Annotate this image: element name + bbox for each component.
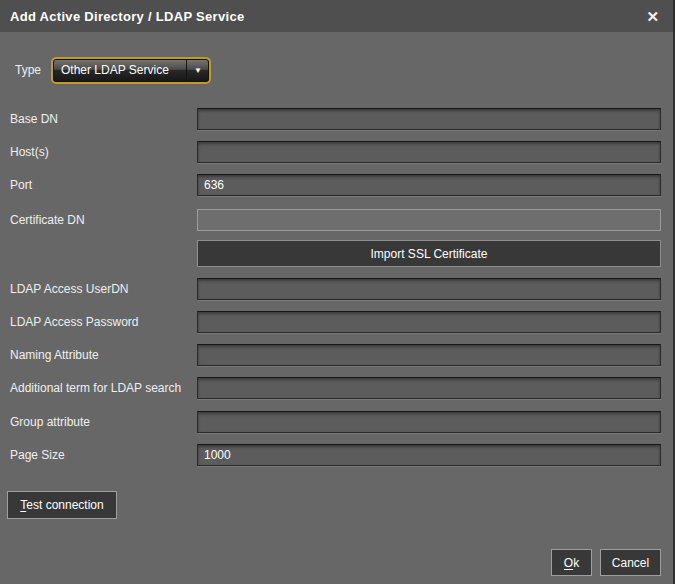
additional-term-label: Additional term for LDAP search	[10, 381, 197, 395]
ok-button[interactable]: Ok	[551, 549, 592, 576]
page-size-input[interactable]	[197, 444, 661, 466]
base-dn-label: Base DN	[10, 112, 197, 126]
field-row-page-size: Page Size	[10, 444, 661, 466]
port-input[interactable]	[197, 174, 661, 196]
field-row-ldap-access-password: LDAP Access Password	[10, 311, 661, 333]
field-row-group-attribute: Group attribute	[10, 411, 661, 433]
chevron-down-icon[interactable]: ▼	[186, 59, 209, 82]
add-ldap-service-dialog: Add Active Directory / LDAP Service ✕ Ty…	[0, 0, 675, 584]
port-label: Port	[10, 178, 197, 192]
group-attribute-label: Group attribute	[10, 415, 197, 429]
hosts-label: Host(s)	[10, 145, 197, 159]
additional-term-input[interactable]	[197, 377, 661, 399]
import-ssl-certificate-button[interactable]: Import SSL Certificate	[197, 240, 661, 267]
ok-label: k	[573, 556, 579, 570]
dialog-titlebar: Add Active Directory / LDAP Service ✕	[0, 0, 673, 32]
field-row-naming-attribute: Naming Attribute	[10, 344, 661, 366]
field-row-port: Port	[10, 174, 661, 196]
type-row: Type Other LDAP Service ▼	[15, 56, 211, 84]
ldap-access-password-label: LDAP Access Password	[10, 315, 197, 329]
import-ssl-row: Import SSL Certificate	[197, 240, 661, 267]
field-row-certificate-dn: Certificate DN	[10, 209, 661, 231]
naming-attribute-input[interactable]	[197, 344, 661, 366]
cancel-button[interactable]: Cancel	[600, 549, 661, 576]
test-connection-label: est connection	[26, 498, 103, 512]
ldap-access-userdn-input[interactable]	[197, 278, 661, 300]
naming-attribute-label: Naming Attribute	[10, 348, 197, 362]
field-row-ldap-access-userdn: LDAP Access UserDN	[10, 278, 661, 300]
dialog-title: Add Active Directory / LDAP Service	[10, 9, 244, 24]
field-row-additional-term: Additional term for LDAP search	[10, 377, 661, 399]
ldap-access-userdn-label: LDAP Access UserDN	[10, 282, 197, 296]
field-row-hosts: Host(s)	[10, 141, 661, 163]
page-size-label: Page Size	[10, 448, 197, 462]
hosts-input[interactable]	[197, 141, 661, 163]
close-icon[interactable]: ✕	[642, 7, 663, 26]
certificate-dn-label: Certificate DN	[10, 213, 197, 227]
type-label: Type	[15, 63, 41, 77]
test-connection-button[interactable]: Test connection	[7, 491, 117, 519]
ldap-access-password-input[interactable]	[197, 311, 661, 333]
ok-mnemonic: O	[564, 556, 573, 570]
base-dn-input[interactable]	[197, 108, 661, 130]
type-dropdown-value: Other LDAP Service	[53, 63, 186, 77]
group-attribute-input[interactable]	[197, 411, 661, 433]
field-row-base-dn: Base DN	[10, 108, 661, 130]
certificate-dn-input	[197, 209, 661, 231]
type-dropdown[interactable]: Other LDAP Service ▼	[51, 57, 211, 84]
